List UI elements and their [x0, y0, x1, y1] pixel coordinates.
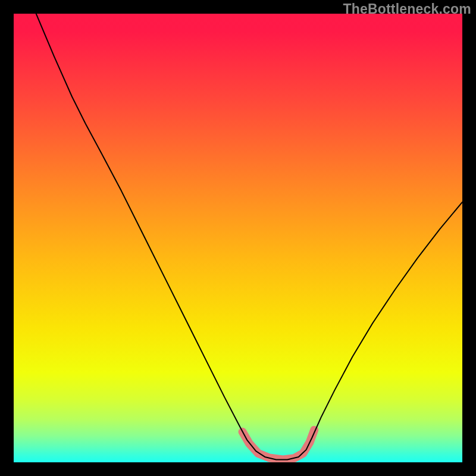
bottleneck-chart — [14, 14, 462, 462]
chart-frame — [14, 14, 462, 462]
chart-background — [14, 14, 462, 462]
watermark-text: TheBottleneck.com — [343, 1, 471, 17]
